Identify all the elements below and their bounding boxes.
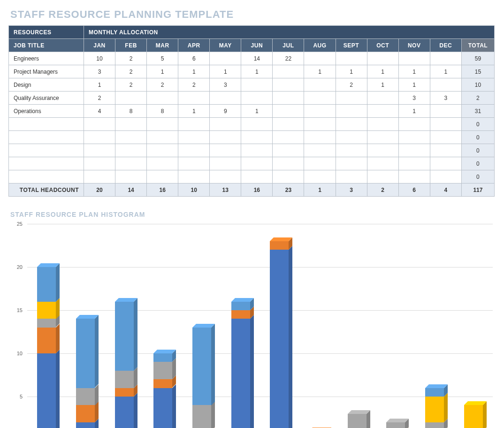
page-title: STAFF RESOURCE PLANNING TEMPLATE — [10, 8, 496, 21]
value-cell: 2 — [115, 78, 147, 92]
value-cell — [115, 92, 147, 105]
job-title-cell — [9, 170, 84, 183]
bar-segment — [76, 388, 95, 405]
job-title-cell — [9, 118, 84, 131]
value-cell — [273, 105, 304, 118]
value-cell — [147, 157, 178, 170]
row-total-cell: 59 — [461, 52, 494, 65]
bar-column — [299, 224, 338, 428]
value-cell: 2 — [115, 52, 147, 65]
table-row: 0 — [9, 118, 495, 131]
bar-segment — [270, 250, 289, 428]
value-cell: 1 — [367, 65, 398, 78]
stacked-bar — [37, 267, 56, 428]
value-cell: 22 — [273, 52, 304, 65]
row-total-cell: 10 — [461, 78, 494, 92]
value-cell — [210, 118, 241, 131]
value-cell: 8 — [147, 105, 178, 118]
row-total-cell: 0 — [461, 170, 494, 183]
job-title-cell: Project Managers — [9, 65, 84, 78]
table-row: Quality Assurance2332 — [9, 92, 495, 105]
table-row: Design1222321110 — [9, 78, 495, 92]
value-cell — [336, 52, 367, 65]
value-cell: 2 — [336, 78, 367, 92]
allocation-table: RESOURCES MONTHLY ALLOCATION JOB TITLE J… — [8, 25, 495, 197]
stacked-bar — [115, 302, 134, 428]
value-cell — [336, 144, 367, 157]
bar-column — [27, 224, 66, 428]
value-cell — [210, 157, 241, 170]
header-month: MAY — [210, 39, 241, 52]
stacked-bar — [425, 388, 444, 428]
value-cell — [304, 157, 336, 170]
row-total-cell: 31 — [461, 105, 494, 118]
value-cell — [398, 118, 430, 131]
value-cell: 1 — [84, 78, 115, 92]
job-title-cell: Design — [9, 78, 84, 92]
header-month: DEC — [430, 39, 461, 52]
value-cell — [398, 144, 430, 157]
value-cell — [398, 170, 430, 183]
bar-segment — [386, 422, 405, 428]
bar-segment — [115, 397, 134, 428]
footer-grand-total: 117 — [461, 183, 494, 197]
job-title-cell — [9, 131, 84, 144]
value-cell — [115, 170, 147, 183]
value-cell: 9 — [210, 105, 241, 118]
table-row: 0 — [9, 170, 495, 183]
bars-container — [27, 224, 493, 428]
header-month: AUG — [304, 39, 336, 52]
value-cell — [430, 105, 461, 118]
job-title-cell — [9, 144, 84, 157]
value-cell: 1 — [210, 65, 241, 78]
value-cell: 4 — [84, 105, 115, 118]
row-total-cell: 0 — [461, 144, 494, 157]
value-cell — [430, 131, 461, 144]
value-cell — [241, 157, 273, 170]
job-title-cell: Operations — [9, 105, 84, 118]
value-cell — [430, 52, 461, 65]
value-cell: 1 — [241, 65, 273, 78]
table-row: Operations488191131 — [9, 105, 495, 118]
bar-segment — [464, 405, 483, 428]
header-month: JUL — [273, 39, 304, 52]
footer-value-cell: 3 — [336, 183, 367, 197]
value-cell — [273, 131, 304, 144]
value-cell: 1 — [336, 65, 367, 78]
value-cell — [367, 105, 398, 118]
value-cell — [210, 144, 241, 157]
bar-segment — [37, 353, 56, 428]
table-header-row-2: JOB TITLE JANFEBMARAPRMAYJUNJULAUGSEPTOC… — [9, 39, 495, 52]
value-cell: 3 — [84, 65, 115, 78]
header-month: OCT — [367, 39, 398, 52]
value-cell — [367, 52, 398, 65]
value-cell — [398, 157, 430, 170]
value-cell — [304, 118, 336, 131]
value-cell — [336, 118, 367, 131]
value-cell — [430, 157, 461, 170]
bar-column — [144, 224, 183, 428]
bar-column — [415, 224, 454, 428]
value-cell: 8 — [115, 105, 147, 118]
y-tick-label: 20 — [8, 264, 23, 270]
chart-plot-area: 0510152025 — [8, 224, 495, 428]
value-cell — [147, 131, 178, 144]
header-job-title: JOB TITLE — [9, 39, 84, 52]
bar-segment — [37, 319, 56, 327]
header-month: JUN — [241, 39, 273, 52]
footer-value-cell: 14 — [115, 183, 147, 197]
value-cell — [273, 144, 304, 157]
value-cell — [304, 105, 336, 118]
value-cell — [210, 92, 241, 105]
value-cell: 6 — [178, 52, 210, 65]
footer-value-cell: 2 — [367, 183, 398, 197]
value-cell — [178, 118, 210, 131]
bar-segment — [425, 388, 444, 397]
footer-value-cell: 1 — [304, 183, 336, 197]
bar-column — [376, 224, 415, 428]
value-cell — [241, 144, 273, 157]
value-cell: 1 — [241, 105, 273, 118]
table-row: 0 — [9, 157, 495, 170]
value-cell: 10 — [84, 52, 115, 65]
y-axis: 0510152025 — [8, 224, 24, 428]
